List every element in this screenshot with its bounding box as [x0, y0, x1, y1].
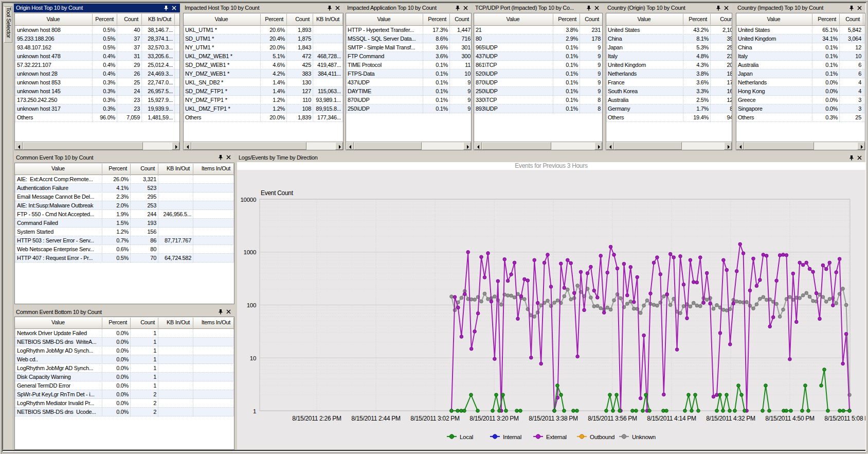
svg-text:8/15/2011 3:02 PM: 8/15/2011 3:02 PM: [410, 415, 460, 422]
svg-text:10: 10: [250, 355, 256, 361]
svg-text:Internal: Internal: [503, 434, 521, 440]
svg-text:8/15/2011 4:32 PM: 8/15/2011 4:32 PM: [706, 415, 755, 422]
svg-text:Outbound: Outbound: [590, 434, 614, 440]
svg-text:8/15/2011 5:08 PM: 8/15/2011 5:08 PM: [824, 415, 865, 422]
svg-text:1000: 1000: [244, 249, 256, 255]
svg-text:1: 1: [253, 408, 256, 414]
svg-text:8/15/2011 4:50 PM: 8/15/2011 4:50 PM: [765, 415, 815, 422]
svg-text:External: External: [546, 434, 567, 440]
svg-text:10000: 10000: [241, 197, 256, 203]
svg-text:8/15/2011 2:26 PM: 8/15/2011 2:26 PM: [292, 415, 341, 422]
svg-text:Local: Local: [460, 434, 473, 440]
svg-text:100: 100: [247, 302, 256, 308]
svg-text:8/15/2011 3:20 PM: 8/15/2011 3:20 PM: [469, 415, 519, 422]
svg-text:Unknown: Unknown: [632, 434, 656, 440]
svg-text:Event Count: Event Count: [261, 189, 294, 197]
svg-text:8/15/2011 3:56 PM: 8/15/2011 3:56 PM: [588, 415, 637, 422]
svg-text:8/15/2011 2:44 PM: 8/15/2011 2:44 PM: [351, 415, 401, 422]
svg-text:8/15/2011 3:38 PM: 8/15/2011 3:38 PM: [529, 415, 578, 422]
svg-text:8/15/2011 4:14 PM: 8/15/2011 4:14 PM: [647, 415, 696, 422]
